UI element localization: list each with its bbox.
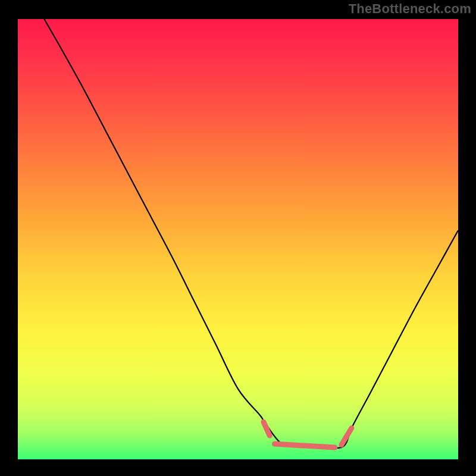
watermark-text: TheBottleneck.com — [349, 1, 471, 17]
chart-svg — [18, 19, 458, 459]
gradient-background — [18, 19, 458, 459]
chart-container: TheBottleneck.com — [0, 0, 476, 476]
plot-area — [18, 19, 458, 459]
highlight-segment — [274, 444, 334, 447]
